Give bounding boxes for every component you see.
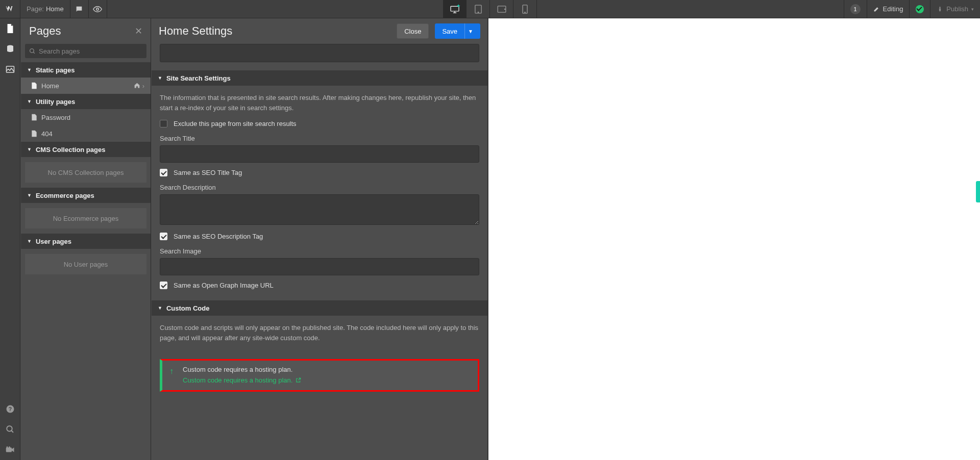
- external-link-icon: [296, 377, 301, 383]
- rail-assets-button[interactable]: [0, 59, 20, 80]
- check-circle-icon: [916, 5, 924, 13]
- pages-panel-header: Pages ✕: [21, 18, 151, 44]
- same-image-label: Same as Open Graph Image URL: [174, 282, 274, 289]
- image-icon: [6, 65, 15, 73]
- search-icon: [6, 425, 15, 434]
- cms-pages-header[interactable]: ▼CMS Collection pages: [21, 142, 151, 157]
- hosting-plan-notice: ↑ Custom code requires a hosting plan. C…: [160, 359, 479, 392]
- device-mobile-button[interactable]: [513, 0, 537, 18]
- svg-point-3: [478, 12, 478, 12]
- rail-video-button[interactable]: [0, 440, 20, 460]
- same-desc-checkbox[interactable]: [160, 233, 167, 240]
- pencil-icon: [873, 6, 880, 12]
- settings-panel: Home Settings Close Save ▼ ▼Site Search …: [152, 18, 488, 460]
- device-desktop-button[interactable]: ✦: [443, 0, 467, 18]
- settings-title: Home Settings: [159, 24, 232, 38]
- page-icon: [31, 82, 37, 89]
- right-panel-tab[interactable]: [976, 181, 980, 202]
- same-desc-label: Same as SEO Description Tag: [174, 233, 263, 240]
- status-indicator[interactable]: [909, 0, 930, 18]
- svg-point-15: [9, 446, 10, 448]
- site-search-section: The information that is presented in sit…: [152, 86, 487, 300]
- rail-search-button[interactable]: [0, 419, 20, 440]
- settings-header: Home Settings Close Save ▼: [152, 18, 487, 44]
- top-bar-right: 1 Editing Publish ▾: [844, 0, 980, 18]
- close-panel-button[interactable]: ✕: [135, 25, 142, 37]
- comments-button[interactable]: [70, 0, 89, 18]
- page-indicator[interactable]: Page: Home: [20, 0, 70, 18]
- ecommerce-pages-header[interactable]: ▼Ecommerce pages: [21, 188, 151, 203]
- page-icon: [31, 114, 37, 121]
- device-switcher: ✦: [443, 0, 537, 18]
- svg-text:?: ?: [8, 406, 11, 412]
- preview-button[interactable]: [89, 0, 107, 18]
- design-canvas[interactable]: [488, 18, 980, 460]
- notice-upgrade-link[interactable]: Custom code requires a hosting plan.: [183, 376, 301, 384]
- search-icon: [29, 48, 36, 55]
- search-image-input[interactable]: [160, 258, 479, 275]
- svg-point-14: [6, 446, 8, 448]
- help-icon: ?: [6, 404, 15, 414]
- pages-panel: Pages ✕ ▼Static pages Home › ▼Utility pa…: [21, 18, 151, 460]
- top-bar: Page: Home ✦ 1 Editing: [0, 0, 980, 18]
- page-icon: [31, 130, 37, 137]
- close-button[interactable]: Close: [397, 23, 429, 39]
- site-search-desc: The information that is presented in sit…: [160, 93, 479, 113]
- pages-title: Pages: [29, 24, 61, 38]
- exclude-checkbox[interactable]: [160, 120, 167, 127]
- left-rail: ?: [0, 18, 20, 460]
- publish-label: Publish: [946, 5, 968, 13]
- svg-point-16: [30, 48, 34, 53]
- webflow-logo[interactable]: [0, 0, 20, 18]
- same-image-checkbox[interactable]: [160, 282, 167, 289]
- same-title-label: Same as SEO Title Tag: [174, 169, 242, 176]
- rocket-icon: [937, 6, 943, 12]
- notifications-button[interactable]: 1: [844, 0, 867, 18]
- device-landscape-button[interactable]: [490, 0, 513, 18]
- database-icon: [6, 44, 15, 54]
- exclude-label: Exclude this page from site search resul…: [174, 120, 297, 127]
- ecommerce-empty-state: No Ecommerce pages: [25, 208, 146, 228]
- publish-button[interactable]: Publish ▾: [930, 0, 980, 18]
- prev-section-input[interactable]: [160, 44, 479, 62]
- chevron-down-icon: ▼: [468, 29, 473, 34]
- rail-pages-button[interactable]: [0, 18, 20, 39]
- search-pages-input[interactable]: [39, 47, 142, 55]
- rail-cms-button[interactable]: [0, 39, 20, 59]
- search-title-label: Search Title: [160, 135, 479, 142]
- search-title-input[interactable]: [160, 145, 479, 163]
- svg-point-12: [7, 426, 12, 431]
- video-icon: [6, 446, 15, 453]
- svg-point-7: [525, 12, 525, 12]
- svg-point-5: [504, 9, 505, 9]
- search-desc-label: Search Description: [160, 184, 479, 191]
- page-item-password[interactable]: Password: [21, 109, 151, 125]
- custom-code-desc: Custom code and scripts will only appear…: [160, 323, 479, 343]
- chevron-right-icon: ›: [142, 82, 144, 90]
- upgrade-arrow-icon: ↑: [169, 367, 174, 376]
- device-tablet-button[interactable]: [467, 0, 490, 18]
- editing-label: Editing: [883, 5, 903, 13]
- top-bar-left: Page: Home: [0, 0, 107, 18]
- page-item-home[interactable]: Home ›: [21, 78, 151, 94]
- svg-point-0: [96, 8, 99, 10]
- search-image-label: Search Image: [160, 247, 479, 255]
- same-title-checkbox[interactable]: [160, 169, 167, 176]
- custom-code-section-header[interactable]: ▼Custom Code: [152, 300, 487, 316]
- user-pages-header[interactable]: ▼User pages: [21, 234, 151, 249]
- user-empty-state: No User pages: [25, 254, 146, 274]
- rail-help-button[interactable]: ?: [0, 399, 20, 419]
- utility-pages-header[interactable]: ▼Utility pages: [21, 94, 151, 109]
- page-item-404[interactable]: 404: [21, 125, 151, 142]
- search-desc-input[interactable]: [160, 194, 479, 225]
- save-button[interactable]: Save ▼: [435, 23, 480, 39]
- notification-badge: 1: [850, 4, 861, 14]
- editing-mode-button[interactable]: Editing: [867, 0, 910, 18]
- static-pages-header[interactable]: ▼Static pages: [21, 62, 151, 78]
- custom-code-section: Custom code and scripts will only appear…: [152, 316, 487, 354]
- search-pages-box[interactable]: [25, 44, 146, 58]
- page-icon: [6, 23, 15, 34]
- site-search-section-header[interactable]: ▼Site Search Settings: [152, 70, 487, 86]
- home-icon: [134, 82, 140, 89]
- notice-line1: Custom code requires a hosting plan.: [183, 366, 471, 373]
